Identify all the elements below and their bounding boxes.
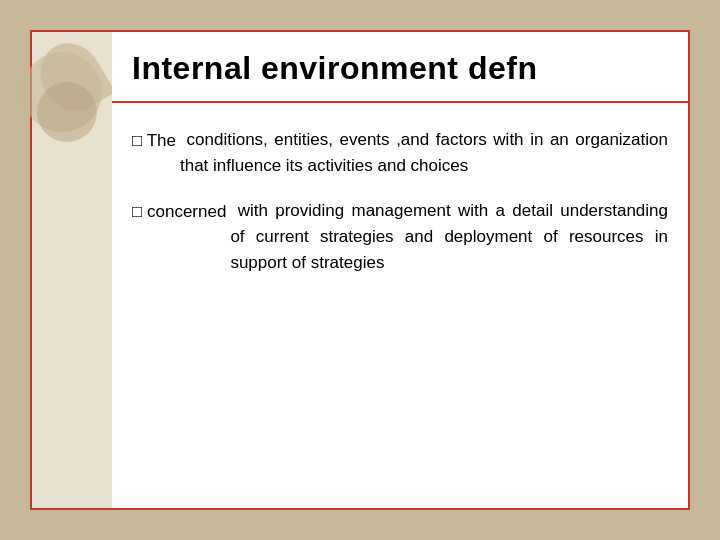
bullet-marker-1: □ The <box>132 128 176 154</box>
title-bar: Internal environment defn <box>112 32 688 103</box>
bullet-text-1: conditions, entities, events ,and factor… <box>180 127 668 180</box>
bullet-marker-2: □ concerned <box>132 199 226 225</box>
bullet-item-2: □ concerned with providing management wi… <box>132 198 668 277</box>
bullet-item-1: □ The conditions, entities, events ,and … <box>132 127 668 180</box>
body-content: □ The conditions, entities, events ,and … <box>112 103 688 508</box>
slide-title: Internal environment defn <box>132 50 668 87</box>
slide-container: Internal environment defn □ The conditio… <box>30 30 690 510</box>
content-area: Internal environment defn □ The conditio… <box>112 32 688 508</box>
decorative-circle-2 <box>37 82 97 142</box>
bullet-text-2: with providing management with a detail … <box>230 198 668 277</box>
